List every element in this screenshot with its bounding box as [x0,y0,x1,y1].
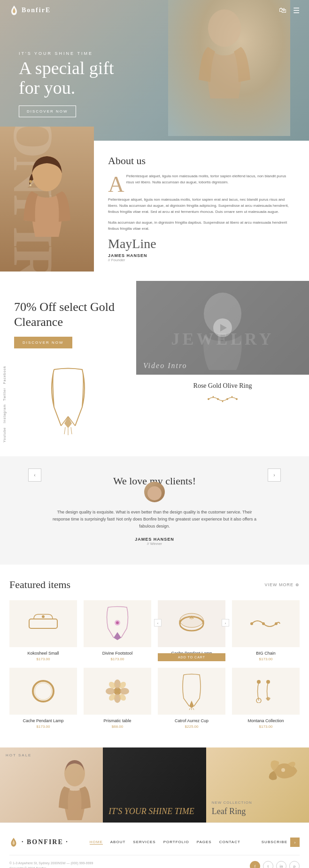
banner-leaf-ring[interactable]: NEW COLLECTION Leaf Ring [206,747,309,823]
logo-icon [9,5,19,16]
banner-3-subtitle: NEW COLLECTION [212,800,252,805]
footer-nav-home[interactable]: HOME [90,840,103,845]
product-card[interactable]: Kokosheel Small $173.00 [9,600,77,661]
svg-point-2 [29,180,32,183]
product-image [232,600,300,647]
product-img-ring2 [29,677,57,705]
promo-cta-button[interactable]: DISCOVER NOW [14,337,72,348]
product-card[interactable]: BIG Chain $173.00 [232,600,300,661]
carousel-next[interactable]: › [222,619,229,626]
logo-text: BonfirE [22,7,51,14]
banner-hot-sale[interactable]: HOT SALE [0,747,103,823]
svg-point-11 [204,293,241,335]
product-price: $173.00 [84,657,151,661]
hero-cta-button[interactable]: DISCOVER NOW [19,106,76,117]
testimonial-next-button[interactable]: › [268,468,281,482]
product-card[interactable]: Cache Pendant Lamp $173.00 [9,668,77,729]
footer-social: f t in p [250,861,300,868]
about-drop-cap: A [108,175,124,193]
product-price: $173.00 [9,725,77,729]
products-grid: Kokosheel Small $173.00 Divine Footstool… [9,600,300,729]
social-twitter[interactable]: Twitter [3,388,6,401]
svg-point-50 [281,768,285,772]
product-image [158,600,225,647]
svg-marker-42 [189,701,194,708]
svg-point-12 [208,398,209,400]
product-img-bracelet [27,612,60,635]
product-card[interactable]: Divine Footstool $173.00 [84,600,151,661]
testimonial-text: The design quality is exquisite. What is… [51,509,258,530]
product-price: $173.00 [232,725,300,729]
banner-shine-time[interactable]: IT'S YOUR SHINE TIME [103,747,206,823]
view-more-button[interactable]: VIEW MORE ⊕ [264,582,300,587]
testimonial-prev-button[interactable]: ‹ [28,468,41,482]
footer-nav-pages[interactable]: PAGES [197,840,212,845]
banner-2-title: IT'S YOUR SHINE TIME [108,807,194,817]
footer-subscribe[interactable]: SUBSCRIBE › [262,838,300,847]
social-instagram[interactable]: Instagram [3,404,6,423]
avatar-shape [147,486,162,500]
product-card[interactable]: Montana Collection $173.00 [232,668,300,729]
product-image [9,668,77,715]
product-price: $173.00 [232,657,300,661]
svg-point-48 [266,680,270,684]
svg-point-14 [226,398,228,400]
product-price: $173.00 [9,657,77,661]
hero-section: IT'S YOUR SHINE TIME A special gift for … [0,0,309,141]
svg-point-18 [232,396,233,398]
svg-point-20 [42,615,45,618]
about-text: About us A Pellentesque aliquet, ligula … [94,141,309,272]
product-img-chain [249,614,282,633]
featured-section: Featured items VIEW MORE ⊕ Kokosheel Sma… [0,565,309,743]
menu-icon[interactable]: ☰ [293,6,300,15]
model-silhouette [182,5,267,131]
product-price: $225.00 [158,725,225,729]
promo-title: 70% Off select Gold Clearance [14,300,122,329]
product-card[interactable]: Catrof Aurrez Cup $225.00 [158,668,225,729]
social-sidebar: Facebook Twitter Instagram Youtube [3,366,6,442]
video-thumbnail[interactable]: Video Intro JEWELRY [136,281,309,375]
cart-icon[interactable]: 🛍 [279,6,286,15]
social-youtube[interactable]: Youtube [3,427,6,442]
product-img-ring [175,607,208,640]
svg-line-9 [71,427,72,434]
product-card[interactable]: Prismatic table $68.00 [84,668,151,729]
view-more-icon: ⊕ [295,582,300,587]
about-author-role: // Founder [108,258,295,262]
footer-nav-contact[interactable]: CONTACT [219,840,240,845]
footer-nav-portfolio[interactable]: PORTFOLIO [163,840,189,845]
footer-divider [9,855,300,855]
social-twitter-button[interactable]: t [263,861,273,868]
product-image [232,668,300,715]
svg-line-7 [64,427,65,434]
svg-point-31 [33,681,54,702]
product-image [84,600,151,647]
banner-woman-svg [51,757,98,823]
svg-rect-19 [29,619,57,628]
footer-logo[interactable]: · BONFIRE · [9,837,69,847]
product-name: Catrof Aurrez Cup [158,718,225,723]
social-facebook-button[interactable]: f [250,861,260,868]
svg-point-23 [116,621,119,624]
add-to-cart-button[interactable]: ADD TO CART [158,653,225,661]
logo[interactable]: BonfirE [9,5,51,16]
product-img-flower [103,675,131,708]
social-pinterest-button[interactable]: p [289,861,300,868]
footer: · BONFIRE · HOME ABOUT SERVICES PORTFOLI… [0,823,309,868]
svg-point-28 [250,622,253,625]
footer-subscribe-button[interactable]: › [290,838,300,847]
svg-point-16 [213,396,214,398]
footer-nav-services[interactable]: SERVICES [133,840,155,845]
banner-3-text: NEW COLLECTION Leaf Ring [212,800,252,817]
featured-title: Featured items [9,579,70,591]
promo-right: Video Intro JEWELRY Rose Gold Olive Ring [136,281,309,456]
svg-point-15 [236,398,238,400]
carousel-prev[interactable]: ‹ [154,619,162,626]
social-instagram-button[interactable]: in [276,861,286,868]
about-title: About us [108,155,295,167]
rose-gold-ornament [146,393,300,408]
product-image [158,668,225,715]
social-facebook[interactable]: Facebook [3,366,6,384]
product-card-featured[interactable]: ‹ › ADD TO CART Cache Pendant Lamp $173 [158,600,225,661]
footer-nav-about[interactable]: ABOUT [110,840,126,845]
